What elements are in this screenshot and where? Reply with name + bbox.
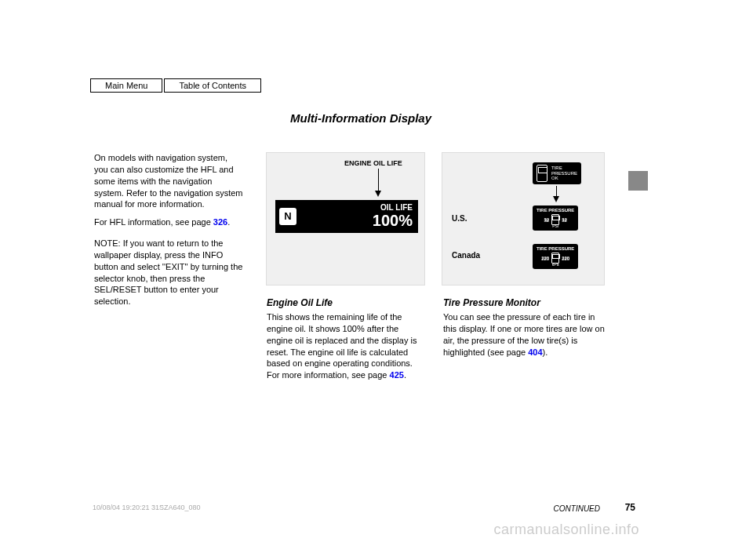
page-link-425[interactable]: 425 xyxy=(390,370,404,380)
tp-body-post: ). xyxy=(543,347,548,357)
tire-pressure-body: You can see the pressure of each tire in… xyxy=(443,311,608,358)
page-link-326[interactable]: 326 xyxy=(213,217,227,227)
car-icon xyxy=(537,165,547,182)
note-body: If you want to return to the wallpaper d… xyxy=(94,238,242,306)
us-rl: 32 xyxy=(544,218,549,223)
note-paragraph: NOTE: If you want to return to the wallp… xyxy=(94,238,243,307)
tire-pressure-psi-indicator: TIRE PRESSURE 3232 3232 PSI xyxy=(533,205,578,231)
oil-life-label: OIL LIFE xyxy=(373,203,413,212)
gear-indicator: N xyxy=(279,208,296,225)
engine-oil-life-heading: Engine Oil Life xyxy=(267,297,424,308)
tp-header-ca: TIRE PRESSURE xyxy=(537,246,574,251)
tire-pressure-ok-text: TIREPRESSUREOK xyxy=(551,165,577,181)
note-head: NOTE: xyxy=(94,238,121,248)
oil-life-display-illustration: ENGINE OIL LIFE N OIL LIFE 100% xyxy=(266,152,425,285)
engine-oil-life-callout: ENGINE OIL LIFE xyxy=(344,159,402,167)
hfl-page-ref: For HFL information, see page 326. xyxy=(94,216,243,228)
watermark: carmanualsonline.info xyxy=(493,522,639,538)
page-number: 75 xyxy=(625,502,635,513)
callout-arrowhead xyxy=(375,191,381,197)
region-label-canada: Canada xyxy=(452,251,480,260)
transition-arrow-head xyxy=(553,196,559,202)
continued-label: CONTINUED xyxy=(554,504,600,513)
section-tab xyxy=(628,171,648,191)
ca-rr: 220 xyxy=(562,256,569,261)
tire-pressure-ok-indicator: TIREPRESSUREOK xyxy=(533,162,581,184)
toc-button[interactable]: Table of Contents xyxy=(164,78,261,93)
car-icon-small xyxy=(551,253,559,264)
tp-body-pre: You can see the pressure of each tire in… xyxy=(443,312,605,357)
left-column: On models with navigation system, you ca… xyxy=(94,152,243,314)
engine-oil-life-body: This shows the remaining life of the eng… xyxy=(267,311,424,381)
center-column: Engine Oil Life This shows the remaining… xyxy=(267,297,424,387)
nav-button-row: Main Menu Table of Contents xyxy=(90,78,261,93)
display-strip: N OIL LIFE 100% xyxy=(275,200,418,233)
oil-life-percent: 100% xyxy=(373,212,413,229)
right-column: Tire Pressure Monitor You can see the pr… xyxy=(443,297,608,364)
page-link-404[interactable]: 404 xyxy=(528,347,542,357)
callout-line xyxy=(378,169,379,193)
hfl-nav-paragraph: On models with navigation system, you ca… xyxy=(94,152,243,210)
tp-header-us: TIRE PRESSURE xyxy=(537,208,574,213)
main-menu-button[interactable]: Main Menu xyxy=(90,78,162,93)
hfl-ref-post: . xyxy=(227,217,230,227)
tire-pressure-display-illustration: TIREPRESSUREOK U.S. TIRE PRESSURE 3232 3… xyxy=(442,152,605,285)
ca-rl: 220 xyxy=(541,256,549,261)
tire-pressure-kpa-indicator: TIRE PRESSURE 220220 220220 kPa xyxy=(533,244,578,269)
car-icon-small xyxy=(551,214,559,225)
oil-body-post: . xyxy=(404,370,406,380)
region-label-us: U.S. xyxy=(452,214,467,223)
us-rr: 32 xyxy=(562,218,567,223)
page-title: Multi-Information Display xyxy=(290,111,431,125)
oil-readout: OIL LIFE 100% xyxy=(373,203,413,230)
footer-code: 10/08/04 19:20:21 31SZA640_080 xyxy=(93,504,201,511)
tire-pressure-heading: Tire Pressure Monitor xyxy=(443,297,608,308)
hfl-ref-pre: For HFL information, see page xyxy=(94,217,213,227)
